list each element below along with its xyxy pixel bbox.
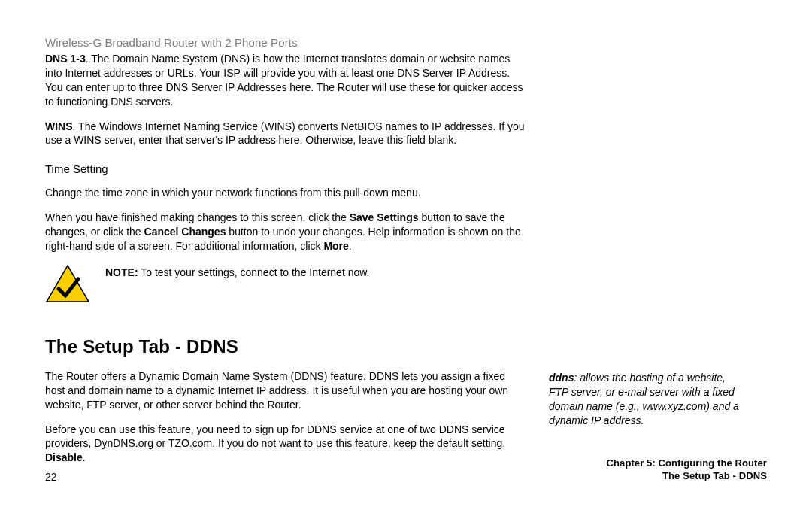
page-footer: 22 Chapter 5: Configuring the Router The… — [45, 457, 767, 483]
ddns-p1: The Router offers a Dynamic Domain Name … — [45, 369, 526, 412]
time-setting-p2: When you have finished making changes to… — [45, 211, 526, 253]
dns-label: DNS 1-3 — [45, 53, 86, 65]
note-label: NOTE: — [105, 266, 138, 278]
dns-paragraph: DNS 1-3. The Domain Name System (DNS) is… — [45, 52, 526, 109]
save-settings-label: Save Settings — [350, 211, 419, 223]
wins-paragraph: WINS. The Windows Internet Naming Servic… — [45, 120, 526, 148]
note-text: NOTE: To test your settings, connect to … — [105, 264, 370, 280]
cancel-changes-label: Cancel Changes — [144, 226, 226, 238]
page-number: 22 — [45, 471, 57, 483]
ddns-term: ddns — [549, 372, 574, 384]
time-setting-p1: Change the time zone in which your netwo… — [45, 186, 526, 200]
ddns-definition-sidebar: ddns: allows the hosting of a website, F… — [549, 369, 744, 428]
warning-check-icon — [45, 264, 90, 306]
wins-text: . The Windows Internet Naming Service (W… — [45, 120, 525, 147]
ddns-def-text: : allows the hosting of a website, FTP s… — [549, 372, 739, 426]
footer-section: The Setup Tab - DDNS — [607, 469, 767, 483]
dns-text: . The Domain Name System (DNS) is how th… — [45, 53, 523, 108]
footer-chapter: Chapter 5: Configuring the Router — [607, 457, 767, 470]
wins-label: WINS — [45, 120, 73, 132]
product-header: Wireless-G Broadband Router with 2 Phone… — [45, 36, 767, 49]
note-row: NOTE: To test your settings, connect to … — [45, 264, 526, 306]
more-label: More — [323, 240, 348, 252]
ddns-heading: The Setup Tab - DDNS — [45, 336, 526, 357]
time-setting-heading: Time Setting — [45, 162, 526, 175]
svg-marker-0 — [47, 266, 89, 302]
